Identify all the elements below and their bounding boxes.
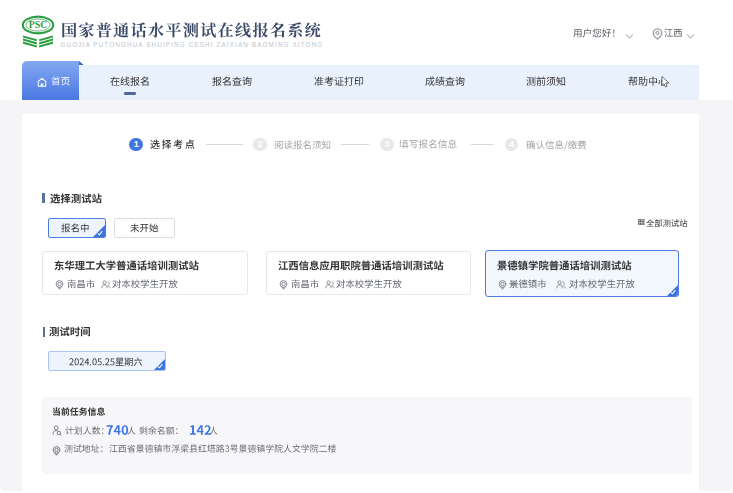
svg-text:PSC: PSC [29, 19, 48, 30]
